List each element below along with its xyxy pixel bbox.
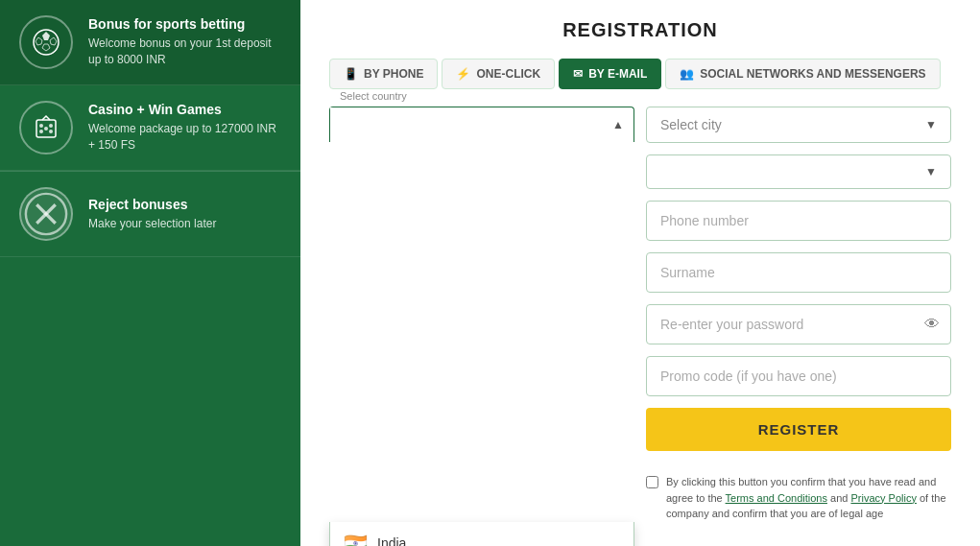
country-label: Select country <box>336 90 411 102</box>
soccer-ball-icon <box>19 15 73 69</box>
svg-marker-4 <box>42 44 50 51</box>
india-flag-icon: 🇮🇳 <box>344 532 368 547</box>
tab-by-email[interactable]: ✉ BY E-MAIL <box>559 59 661 89</box>
page-title: REGISTRATION <box>329 19 951 41</box>
reject-desc: Make your selection later <box>88 216 216 232</box>
country-dropdown: 🇮🇳 India 🇷🇺 Russia 🇺🇦 Ukraine 🇧🇾 Belarus <box>329 522 634 547</box>
country-city-row: Select country ▲ 🇮🇳 India 🇷🇺 Russia <box>329 107 951 522</box>
privacy-policy-link[interactable]: Privacy Policy <box>850 492 916 504</box>
india-label: India <box>377 535 406 547</box>
sports-betting-desc: Welcome bonus on your 1st deposit up to … <box>88 36 281 68</box>
casino-title: Casino + Win Games <box>88 102 281 117</box>
svg-point-9 <box>49 130 53 133</box>
city-select-placeholder: Select city <box>660 117 722 132</box>
currency-select[interactable]: ▼ <box>646 154 951 189</box>
country-chevron-up-icon: ▲ <box>612 118 624 131</box>
register-button[interactable]: REGISTER <box>646 408 951 451</box>
registration-form: Select country ▲ 🇮🇳 India 🇷🇺 Russia <box>329 107 951 522</box>
city-select-wrapper: Select city ▼ ▼ 👁 <box>646 107 951 522</box>
reject-icon <box>19 187 73 241</box>
svg-marker-1 <box>42 32 50 40</box>
email-icon: ✉ <box>573 67 583 81</box>
reject-title: Reject bonuses <box>88 197 216 212</box>
sidebar-item-casino[interactable]: Casino + Win Games Welcome package up to… <box>0 85 300 171</box>
casino-desc: Welcome package up to 127000 INR + 150 F… <box>88 121 281 154</box>
reject-text: Reject bonuses Make your selection later <box>88 197 216 232</box>
terms-checkbox[interactable] <box>646 476 658 488</box>
password-input[interactable] <box>646 304 951 344</box>
tab-social-networks-label: SOCIAL NETWORKS AND MESSENGERS <box>700 67 925 81</box>
terms-text: By clicking this button you confirm that… <box>666 474 951 522</box>
currency-chevron-down-icon: ▼ <box>925 165 937 178</box>
phone-input[interactable] <box>646 201 951 241</box>
tabs: 📱 BY PHONE ⚡ ONE-CLICK ✉ BY E-MAIL 👥 SOC… <box>329 59 951 89</box>
phone-icon: 📱 <box>344 67 358 81</box>
eye-icon[interactable]: 👁 <box>924 316 940 333</box>
svg-point-8 <box>39 130 43 133</box>
people-icon: 👥 <box>680 67 694 81</box>
sports-betting-title: Bonus for sports betting <box>88 16 281 32</box>
dropdown-item-india[interactable]: 🇮🇳 India <box>330 522 633 547</box>
tab-by-phone-label: BY PHONE <box>364 67 423 81</box>
svg-point-10 <box>44 127 48 131</box>
casino-text: Casino + Win Games Welcome package up to… <box>88 102 281 154</box>
casino-icon <box>19 101 73 154</box>
main-content: REGISTRATION 📱 BY PHONE ⚡ ONE-CLICK ✉ BY… <box>300 0 980 546</box>
bolt-icon: ⚡ <box>456 67 470 81</box>
tab-one-click-label: ONE-CLICK <box>476 67 540 81</box>
password-wrapper: 👁 <box>646 304 951 344</box>
svg-marker-2 <box>50 37 57 45</box>
tab-by-phone[interactable]: 📱 BY PHONE <box>329 59 438 89</box>
sidebar: Bonus for sports betting Welcome bonus o… <box>0 0 300 546</box>
tab-social-networks[interactable]: 👥 SOCIAL NETWORKS AND MESSENGERS <box>665 59 940 89</box>
sports-betting-text: Bonus for sports betting Welcome bonus o… <box>88 16 281 68</box>
sidebar-item-sports-betting[interactable]: Bonus for sports betting Welcome bonus o… <box>0 0 300 85</box>
tab-one-click[interactable]: ⚡ ONE-CLICK <box>442 59 555 89</box>
city-select[interactable]: Select city ▼ <box>646 107 951 143</box>
city-chevron-down-icon: ▼ <box>925 118 937 131</box>
country-select-wrapper: Select country ▲ 🇮🇳 India 🇷🇺 Russia <box>329 107 634 522</box>
svg-point-7 <box>49 124 53 128</box>
svg-point-6 <box>39 124 43 128</box>
svg-marker-3 <box>36 37 42 45</box>
terms-row: By clicking this button you confirm that… <box>646 474 951 522</box>
country-search-input[interactable] <box>330 107 612 142</box>
surname-input[interactable] <box>646 252 951 293</box>
sidebar-item-reject[interactable]: Reject bonuses Make your selection later <box>0 171 300 257</box>
terms-conditions-link[interactable]: Terms and Conditions <box>726 492 827 504</box>
country-select-box[interactable]: Select country ▲ <box>329 107 634 142</box>
tab-by-email-label: BY E-MAIL <box>588 67 647 81</box>
promo-input[interactable] <box>646 356 951 396</box>
